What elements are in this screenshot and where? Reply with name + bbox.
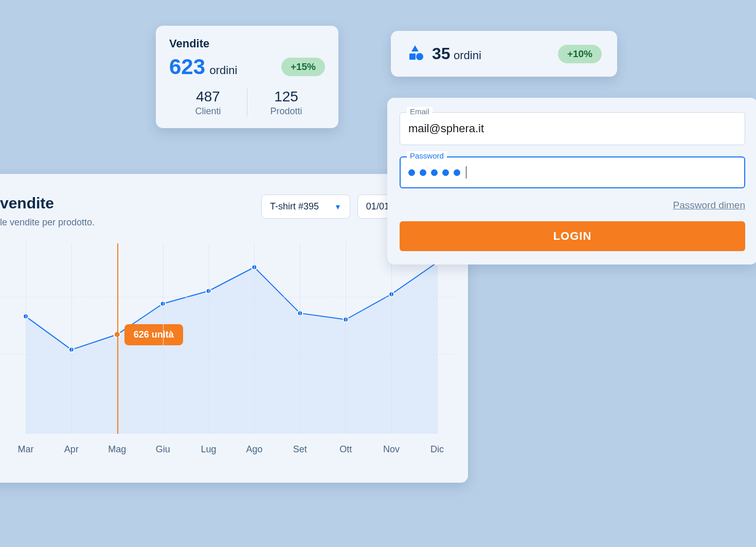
chart-tooltip: 626 unità: [124, 324, 183, 345]
svg-marker-0: [411, 45, 419, 51]
x-axis-label: Ago: [246, 444, 262, 455]
forgot-password-link[interactable]: Password dimen: [673, 200, 745, 210]
grid-line-vertical: [209, 243, 209, 434]
orders-left: 35 ordini: [406, 44, 481, 63]
x-axis-label: Giu: [156, 444, 170, 455]
grid-line-vertical: [71, 243, 72, 434]
product-select[interactable]: T-shirt #395 ▼: [261, 195, 350, 219]
grid-line-vertical: [254, 243, 255, 434]
grid-line-vertical: [300, 243, 300, 434]
email-field-wrap: mail@sphera.it Email: [400, 112, 745, 145]
x-axis-label: Ott: [339, 444, 352, 455]
text-cursor: [466, 166, 466, 179]
clients-value: 487: [169, 89, 247, 105]
orders-growth-badge: +10%: [558, 45, 602, 63]
x-axis-label: Set: [293, 444, 307, 455]
email-field[interactable]: mail@sphera.it: [400, 112, 745, 145]
password-field-wrap: Password: [400, 156, 745, 188]
sales-split: 487 Clienti 125 Prodotti: [169, 89, 325, 117]
orders-summary-card: 35 ordini +10%: [391, 31, 617, 77]
sales-orders-number: 623: [169, 55, 205, 79]
password-dot: [431, 169, 438, 176]
x-axis-label: Apr: [64, 444, 79, 455]
sales-main-row: 623 ordini +15%: [169, 55, 325, 79]
products-stat: 125 Prodotti: [247, 89, 325, 117]
products-value: 125: [247, 89, 325, 105]
chart-subtitle: le vendite per prodotto.: [0, 217, 95, 228]
grid-line-vertical: [437, 243, 438, 434]
x-axis-label: Mag: [108, 444, 126, 455]
sales-orders-unit: ordini: [210, 64, 238, 77]
sales-growth-badge: +15%: [281, 58, 325, 76]
svg-point-2: [416, 53, 423, 60]
line-chart-svg: [0, 243, 453, 434]
x-axis-label: Mar: [18, 444, 34, 455]
orders-unit: ordini: [454, 49, 481, 62]
chart-header: vendite le vendite per prodotto. T-shirt…: [0, 195, 453, 228]
sales-orders-value: 623 ordini: [169, 55, 237, 79]
chart-heading-block: vendite le vendite per prodotto.: [0, 195, 95, 228]
clients-stat: 487 Clienti: [169, 89, 247, 117]
password-dot: [442, 169, 449, 176]
card-title: Vendite: [169, 37, 325, 50]
chart-marker-line: [117, 243, 118, 434]
product-selected-label: T-shirt #395: [270, 201, 319, 212]
email-label: Email: [407, 107, 433, 116]
grid-line-vertical: [391, 243, 392, 434]
grid-line-horizontal: [0, 354, 453, 355]
email-value: mail@sphera.it: [408, 122, 484, 135]
grid-line-vertical: [346, 243, 346, 434]
x-axis-label: Dic: [430, 444, 444, 455]
password-label: Password: [407, 151, 447, 160]
password-dot: [420, 169, 426, 176]
grid-line-horizontal: [0, 297, 453, 297]
orders-value: 35 ordini: [432, 44, 481, 63]
sales-summary-card: Vendite 623 ordini +15% 487 Clienti 125 …: [156, 26, 338, 128]
chart-title: vendite: [0, 195, 95, 212]
grid-line-vertical: [26, 243, 26, 434]
shapes-icon: [406, 45, 424, 63]
password-dot: [454, 169, 460, 176]
password-dots: [408, 166, 736, 179]
orders-number: 35: [432, 44, 451, 63]
x-axis-label: Lug: [201, 444, 217, 455]
login-button[interactable]: LOGIN: [400, 221, 745, 251]
svg-rect-1: [409, 54, 416, 60]
forgot-password-row: Password dimen: [400, 200, 745, 211]
login-card: mail@sphera.it Email Password Password d…: [387, 98, 756, 264]
chart-area[interactable]: 626 unità MarAprMagGiuLugAgoSetOttNovDic: [0, 243, 453, 470]
x-axis-label: Nov: [383, 444, 400, 455]
password-dot: [408, 169, 415, 176]
products-label: Prodotti: [247, 106, 325, 117]
chevron-down-icon: ▼: [334, 203, 341, 211]
password-field[interactable]: [400, 156, 745, 188]
grid-line-vertical: [163, 243, 164, 434]
clients-label: Clienti: [169, 106, 247, 117]
